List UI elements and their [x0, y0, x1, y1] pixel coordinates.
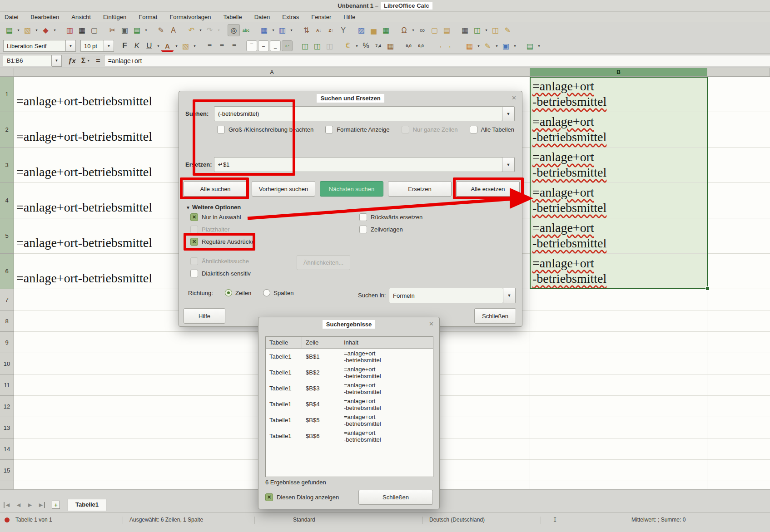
find-replace-titlebar[interactable]: Suchen und Ersetzen ✕ — [179, 91, 522, 105]
sum-icon[interactable]: Σ — [81, 57, 86, 65]
cell-b-empty[interactable] — [530, 289, 707, 310]
insert-hyperlink-icon[interactable]: ∞ — [416, 24, 428, 36]
redo-dropdown[interactable]: ▾ — [216, 24, 222, 36]
border-style-icon[interactable]: ✎ — [482, 40, 494, 52]
unmerge-cells-icon[interactable]: ◫ — [323, 40, 336, 52]
cell-empty[interactable] — [707, 460, 770, 481]
cell-b-empty[interactable] — [530, 396, 707, 417]
previous-sheet-icon[interactable]: ◀ — [15, 502, 22, 508]
bold-icon[interactable]: F — [119, 40, 131, 52]
row-header[interactable]: 13 — [0, 417, 14, 438]
cell-b-empty[interactable] — [530, 438, 707, 460]
freeze-dropdown[interactable]: ▾ — [483, 24, 489, 36]
menu-extras[interactable]: Extras — [282, 14, 299, 20]
font-name-combo[interactable]: Liberation Serif — [3, 40, 66, 52]
redo-icon[interactable]: ↷ — [204, 24, 216, 36]
cell-b[interactable]: =anlage+ort -betriebsmittel — [530, 112, 707, 148]
increase-indent-icon[interactable]: → — [433, 40, 445, 52]
merge-center-cells-icon[interactable]: ◫ — [299, 40, 311, 52]
cell-empty[interactable] — [707, 254, 770, 289]
help-button[interactable]: Hilfe — [184, 308, 225, 324]
freeze-rows-columns-icon[interactable]: ◫ — [471, 24, 483, 36]
column-header-tabelle[interactable]: Tabelle — [266, 337, 302, 348]
cell-b-empty[interactable] — [530, 481, 707, 489]
row-header[interactable]: 9 — [0, 332, 14, 353]
row-header[interactable]: 12 — [0, 396, 14, 417]
row-header[interactable]: 2 — [0, 112, 14, 148]
replace-button[interactable]: Ersetzen — [388, 181, 452, 197]
sort-icon[interactable]: ⇅ — [300, 24, 313, 36]
result-row[interactable]: Tabelle1 $B$5 =anlage+ort-betriebsmittel — [266, 412, 433, 428]
cell-b-empty[interactable] — [530, 417, 707, 438]
sheet-tab-tabelle1[interactable]: Tabelle1 — [68, 499, 106, 511]
open-folder-icon[interactable]: ▧ — [21, 24, 34, 36]
cell-empty[interactable] — [707, 289, 770, 310]
menu-bearbeiten[interactable]: Bearbeiten — [30, 14, 59, 20]
special-character-icon[interactable]: Ω — [398, 24, 410, 36]
status-language[interactable]: Deutsch (Deutschland) — [429, 517, 485, 523]
cell-empty[interactable] — [707, 396, 770, 417]
menu-fenster[interactable]: Fenster — [311, 14, 331, 20]
column-header-zelle[interactable]: Zelle — [302, 337, 340, 348]
row-header[interactable]: 10 — [0, 353, 14, 374]
cell-empty[interactable] — [707, 481, 770, 489]
save-dropdown[interactable]: ▾ — [52, 24, 58, 36]
cell-empty[interactable] — [707, 417, 770, 438]
percent-format-icon[interactable]: % — [360, 40, 372, 52]
column-header-inhalt[interactable]: Inhalt — [340, 337, 433, 348]
underline-dropdown[interactable]: ▾ — [155, 40, 161, 52]
similarity-search-checkbox[interactable]: Ähnlichkeitssuche — [190, 255, 255, 267]
undo-dropdown[interactable]: ▾ — [198, 24, 204, 36]
status-summary[interactable]: Mittelwert: ; Summe: 0 — [631, 517, 686, 523]
menu-einfuegen[interactable]: Einfügen — [103, 14, 126, 20]
row-header[interactable]: 5 — [0, 218, 14, 254]
currency-format-dropdown[interactable]: ▾ — [354, 40, 360, 52]
row-header[interactable]: 14 — [0, 438, 14, 460]
align-center-icon[interactable]: ≡ — [216, 40, 228, 52]
cell-empty[interactable] — [707, 332, 770, 353]
close-icon[interactable]: ✕ — [512, 94, 517, 101]
wrap-text-icon[interactable]: ↩ — [282, 40, 293, 51]
font-size-combo[interactable]: 10 pt — [80, 40, 104, 52]
cell-empty[interactable] — [707, 183, 770, 218]
name-box-dropdown[interactable]: ▼ — [52, 55, 62, 67]
new-document-icon[interactable]: ▤ — [3, 24, 15, 36]
spelling-icon[interactable]: abc — [240, 24, 252, 36]
draw-functions-icon[interactable]: ✎ — [502, 24, 514, 36]
decrease-indent-icon[interactable]: ← — [445, 40, 457, 52]
special-character-dropdown[interactable]: ▾ — [410, 24, 416, 36]
result-row[interactable]: Tabelle1 $B$2 =anlage+ort-betriebsmittel — [266, 365, 433, 380]
delete-decimal-icon[interactable]: 0,0 — [415, 40, 427, 52]
headers-footers-icon[interactable]: ▤ — [441, 24, 453, 36]
regular-expressions-checkbox[interactable]: Reguläre Ausdrücke — [190, 236, 255, 248]
cell-styles-checkbox[interactable]: Zellvorlagen — [359, 223, 422, 236]
cell-empty[interactable] — [707, 310, 770, 332]
print-area-icon[interactable]: ▦ — [459, 24, 471, 36]
merge-cells-icon[interactable]: ◫ — [311, 40, 323, 52]
menu-formatvorlagen[interactable]: Formatvorlagen — [169, 14, 211, 20]
number-format-icon[interactable]: 7,4 — [372, 40, 384, 52]
next-sheet-icon[interactable]: ▶ — [26, 502, 34, 508]
menu-tabelle[interactable]: Tabelle — [223, 14, 242, 20]
close-icon[interactable]: ✕ — [429, 320, 434, 327]
cell-b[interactable]: =anlage+ort -betriebsmittel — [530, 218, 707, 254]
entire-cells-checkbox[interactable]: Nur ganze Zellen — [402, 125, 458, 134]
row-header[interactable]: 7 — [0, 289, 14, 310]
function-wizard-icon[interactable]: ƒx — [68, 57, 76, 64]
insert-row-dropdown[interactable]: ▾ — [270, 24, 276, 36]
result-row[interactable]: Tabelle1 $B$1 =anlage+ort-betriebsmittel — [266, 349, 433, 365]
cell-b-empty[interactable] — [530, 310, 707, 332]
status-page-style[interactable]: Standard — [293, 517, 315, 523]
clone-formatting-icon[interactable]: ✎ — [155, 24, 167, 36]
formula-input[interactable]: =anlage+ort — [104, 55, 770, 66]
align-right-icon[interactable]: ≡ — [228, 40, 240, 52]
corner-header[interactable] — [0, 68, 14, 77]
cell-empty[interactable] — [707, 438, 770, 460]
insert-pivot-table-icon[interactable]: ▦ — [380, 24, 392, 36]
status-selection-info[interactable]: Ausgewählt: 6 Zeilen, 1 Spalte — [129, 517, 203, 523]
cell-b[interactable]: =anlage+ort -betriebsmittel — [530, 77, 707, 112]
row-header[interactable]: 6 — [0, 254, 14, 289]
cell-empty[interactable] — [707, 353, 770, 374]
align-left-icon[interactable]: ≡ — [204, 40, 216, 52]
direction-rows-radio[interactable]: Zeilen — [225, 289, 251, 296]
